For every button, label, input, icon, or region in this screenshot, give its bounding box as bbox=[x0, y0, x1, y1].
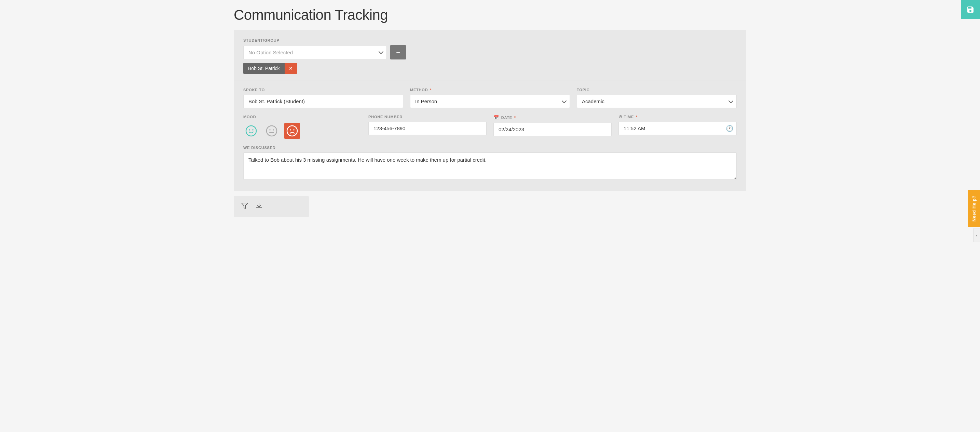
svg-point-0 bbox=[246, 126, 256, 136]
mood-happy-button[interactable] bbox=[243, 123, 259, 139]
need-help-sidebar: Need Help? ‹ bbox=[968, 190, 980, 242]
method-field: METHOD * In Person Phone Email Text Virt… bbox=[410, 88, 570, 108]
calendar-icon: 📅 bbox=[493, 115, 499, 120]
date-field: 📅 DATE * bbox=[493, 115, 612, 139]
mood-label: MOOD bbox=[243, 115, 361, 119]
time-field: ⏱ TIME * 🕐 bbox=[619, 115, 737, 139]
time-clock-icon: 🕐 bbox=[726, 125, 733, 132]
method-select-container: In Person Phone Email Text Virtual bbox=[410, 95, 570, 108]
clock-icon-label: ⏱ bbox=[619, 115, 624, 119]
student-group-section: STUDENT/GROUP No Option Selected − Bob bbox=[243, 38, 737, 74]
we-discussed-section: WE DISCUSSED Talked to Bob about his 3 m… bbox=[243, 146, 737, 181]
phone-number-field: PHONE NUMBER bbox=[368, 115, 487, 139]
spoke-to-label: SPOKE TO bbox=[243, 88, 403, 92]
need-help-button[interactable]: Need Help? bbox=[968, 190, 980, 227]
mood-sad-button[interactable] bbox=[284, 123, 300, 139]
mood-options bbox=[243, 123, 361, 139]
method-label: METHOD * bbox=[410, 88, 570, 92]
svg-point-2 bbox=[252, 129, 253, 131]
form-card: STUDENT/GROUP No Option Selected − Bob bbox=[234, 30, 746, 191]
mood-phone-date-time-row: MOOD bbox=[243, 115, 737, 139]
svg-point-8 bbox=[290, 129, 291, 131]
spoke-method-topic-row: SPOKE TO METHOD * In Person Phone Email … bbox=[243, 88, 737, 108]
section-divider bbox=[234, 81, 746, 81]
save-button[interactable] bbox=[961, 0, 980, 19]
time-label: ⏱ TIME * bbox=[619, 115, 737, 119]
svg-point-9 bbox=[293, 129, 294, 131]
topic-select-container: Academic Behavioral Social-Emotional Oth… bbox=[577, 95, 737, 108]
time-input[interactable] bbox=[619, 122, 737, 135]
mood-field: MOOD bbox=[243, 115, 361, 139]
page-title: Communication Tracking bbox=[234, 7, 746, 23]
svg-point-5 bbox=[273, 129, 274, 131]
filter-button[interactable] bbox=[240, 201, 250, 212]
spoke-to-input[interactable] bbox=[243, 95, 403, 108]
need-help-wrapper: Need Help? ‹ bbox=[968, 190, 980, 242]
collapse-sidebar-button[interactable]: ‹ bbox=[973, 228, 980, 242]
method-select[interactable]: In Person Phone Email Text Virtual bbox=[410, 95, 570, 108]
student-tag-label: Bob St. Patrick bbox=[243, 63, 285, 74]
student-select-row: No Option Selected − bbox=[243, 45, 737, 59]
bottom-toolbar bbox=[234, 196, 309, 217]
spoke-to-field: SPOKE TO bbox=[243, 88, 403, 108]
time-input-wrapper: 🕐 bbox=[619, 122, 737, 135]
topic-label: TOPIC bbox=[577, 88, 737, 92]
topic-field: TOPIC Academic Behavioral Social-Emotion… bbox=[577, 88, 737, 108]
svg-point-1 bbox=[249, 129, 250, 131]
download-button[interactable] bbox=[254, 201, 264, 212]
phone-number-input[interactable] bbox=[368, 122, 487, 135]
student-group-label: STUDENT/GROUP bbox=[243, 38, 737, 42]
date-input[interactable] bbox=[493, 123, 612, 136]
svg-point-7 bbox=[287, 126, 297, 136]
discussion-textarea[interactable]: Talked to Bob about his 3 missing assign… bbox=[243, 152, 737, 180]
svg-point-4 bbox=[269, 129, 270, 131]
we-discussed-label: WE DISCUSSED bbox=[243, 146, 737, 150]
date-label: 📅 DATE * bbox=[493, 115, 612, 120]
mood-neutral-button[interactable] bbox=[264, 123, 280, 139]
topic-select[interactable]: Academic Behavioral Social-Emotional Oth… bbox=[577, 95, 737, 108]
student-select-wrapper: No Option Selected bbox=[243, 46, 387, 59]
student-group-select[interactable]: No Option Selected bbox=[243, 46, 387, 59]
student-tag-chip: Bob St. Patrick ✕ bbox=[243, 63, 297, 74]
remove-student-button[interactable]: − bbox=[390, 45, 406, 59]
phone-number-label: PHONE NUMBER bbox=[368, 115, 487, 119]
student-tag-remove-button[interactable]: ✕ bbox=[285, 63, 297, 74]
svg-point-3 bbox=[267, 126, 277, 136]
